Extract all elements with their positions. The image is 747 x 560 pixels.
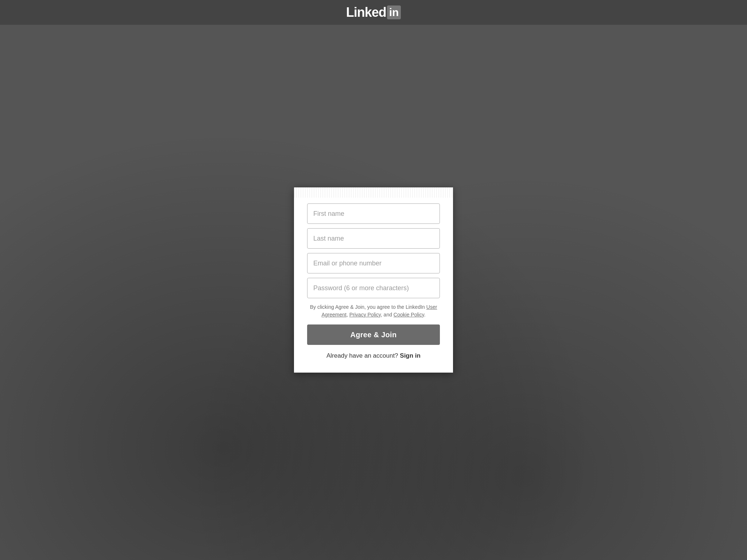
last-name-input[interactable] [307,228,440,249]
form-fields [307,203,440,298]
agree-join-button[interactable]: Agree & Join [307,324,440,345]
logo-text: Linked [346,5,386,20]
signin-link[interactable]: Sign in [400,352,421,359]
email-phone-input[interactable] [307,253,440,273]
first-name-input[interactable] [307,203,440,224]
terms-period: . [424,312,426,318]
linkedin-logo: Linked in [346,5,401,20]
terms-comma: , [347,312,349,318]
signin-prefix: Already have an account? [326,352,400,359]
logo-in-box: in [387,5,401,19]
terms-text: By clicking Agree & Join, you agree to t… [307,303,440,319]
page-center: By clicking Agree & Join, you agree to t… [0,0,747,560]
terms-prefix: By clicking Agree & Join, you agree to t… [310,304,426,310]
signin-area: Already have an account? Sign in [307,352,440,359]
privacy-policy-link[interactable]: Privacy Policy [349,312,381,318]
terms-and: , and [381,312,394,318]
header: Linked in [0,0,747,25]
cookie-policy-link[interactable]: Cookie Policy [394,312,424,318]
signup-form-card: By clicking Agree & Join, you agree to t… [294,187,453,373]
password-input[interactable] [307,278,440,298]
